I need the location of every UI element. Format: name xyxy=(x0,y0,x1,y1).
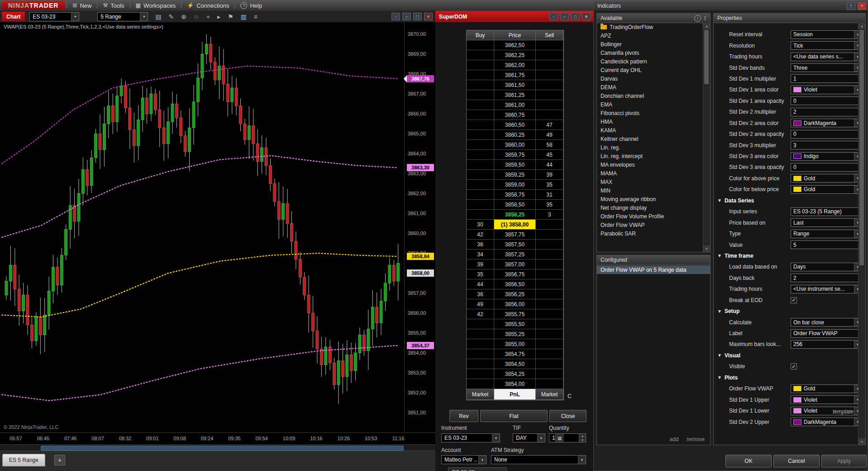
property-value-color[interactable]: Gold▼ xyxy=(791,185,862,194)
property-value-select[interactable]: Range▼ xyxy=(791,230,862,238)
quantity-spinner[interactable]: ▲▼ xyxy=(579,434,586,442)
apply-button[interactable]: Apply xyxy=(821,455,867,467)
dom-price-cell[interactable]: 3860,75 xyxy=(494,110,536,120)
dom-buy-cell[interactable] xyxy=(467,379,494,389)
collapse-arrow-icon[interactable]: ▼ xyxy=(714,353,722,358)
property-value-input[interactable]: Order Flow VWAP xyxy=(791,329,862,338)
property-value-input[interactable]: 3 xyxy=(791,141,862,149)
dom-sell-cell[interactable] xyxy=(536,80,563,90)
template-link[interactable]: template xyxy=(833,409,854,415)
available-indicator-item[interactable]: Donchian channel xyxy=(597,91,703,100)
property-value-input[interactable]: 2 xyxy=(791,108,862,116)
reverse-button[interactable]: Rev xyxy=(449,410,478,422)
available-indicator-item[interactable]: Moving average ribbon xyxy=(597,195,703,203)
chart-horizontal-scrollbar[interactable] xyxy=(0,444,435,451)
properties-scrollbar[interactable]: ▲ ▼ xyxy=(858,23,865,445)
property-value-color[interactable]: Gold▼ xyxy=(791,384,862,393)
configured-indicator-item[interactable]: Order Flow VWAP on 5 Range data xyxy=(597,265,710,274)
available-indicator-item[interactable]: Lin. reg. xyxy=(597,143,703,152)
dom-price-cell[interactable]: 3859,75 xyxy=(494,150,536,160)
dom-price-cell[interactable]: 3856,75 xyxy=(494,269,536,279)
available-indicator-item[interactable]: Order Flow VWAP xyxy=(597,221,703,229)
dom-price-cell[interactable]: 3857,25 xyxy=(494,250,536,260)
property-value-color[interactable]: DarkMagenta▼ xyxy=(791,119,862,127)
dom-buy-cell[interactable] xyxy=(467,110,494,120)
property-value-select[interactable]: On bar close▼ xyxy=(791,318,862,327)
dom-buy-cell[interactable] xyxy=(467,200,494,210)
dom-price-cell[interactable]: 3855,00 xyxy=(494,339,536,349)
dom-price-cell[interactable]: 3854,50 xyxy=(494,359,536,369)
scroll-down-icon[interactable]: ▼ xyxy=(703,245,710,252)
available-indicator-item[interactable]: HMA xyxy=(597,117,703,126)
dom-price-cell[interactable]: 3861,75 xyxy=(494,70,536,80)
chart-style-icon[interactable]: ▤ xyxy=(155,13,161,20)
dom-sell-cell[interactable] xyxy=(536,369,563,379)
dom-price-cell[interactable]: 3856,00 xyxy=(494,299,536,309)
pin-window-button[interactable]: ▫ xyxy=(549,13,558,20)
chart-trader-icon[interactable]: ▥ xyxy=(241,13,247,20)
available-indicator-item[interactable]: Parabolic SAR xyxy=(597,229,703,238)
maximize-button[interactable]: □ xyxy=(413,13,422,20)
collapse-arrow-icon[interactable]: ▼ xyxy=(714,253,722,258)
dom-price-cell[interactable]: 3857,50 xyxy=(494,240,536,250)
dom-sell-cell[interactable] xyxy=(536,60,563,70)
dom-sell-cell[interactable] xyxy=(536,100,563,110)
dom-price-cell[interactable]: 3861,00 xyxy=(494,100,536,110)
maximize-button[interactable]: □ xyxy=(571,13,580,20)
property-value-input[interactable]: 1 xyxy=(791,74,862,83)
dom-sell-cell[interactable] xyxy=(536,260,563,269)
dom-sell-cell[interactable] xyxy=(536,240,563,250)
dom-sell-cell[interactable]: 3 xyxy=(536,210,563,220)
close-button[interactable]: ✕ xyxy=(424,13,433,20)
dom-price-cell[interactable]: 3862,00 xyxy=(494,60,536,70)
dom-price-cell[interactable]: 3860,50 xyxy=(494,120,536,130)
available-indicator-item[interactable]: MIN xyxy=(597,186,703,195)
scrollbar-thumb[interactable] xyxy=(41,446,404,451)
property-value-input[interactable]: ES 03-23 (5 Range) xyxy=(791,207,862,216)
dom-price-cell[interactable]: 3854,25 xyxy=(494,369,536,379)
dom-buy-cell[interactable] xyxy=(467,60,494,70)
dom-sell-cell[interactable] xyxy=(536,110,563,120)
spin-down-icon[interactable]: ▼ xyxy=(704,18,706,21)
dom-buy-cell[interactable]: 39 xyxy=(467,260,494,269)
property-value-color[interactable]: Gold▼ xyxy=(791,174,862,183)
dom-buy-cell[interactable] xyxy=(467,80,494,90)
dom-sell-cell[interactable] xyxy=(536,250,563,260)
zoom-in-icon[interactable]: ⊕ xyxy=(181,13,186,20)
dom-buy-cell[interactable]: 42 xyxy=(467,230,494,240)
dom-price-cell[interactable]: 3862,25 xyxy=(494,50,536,60)
dom-instrument-dropdown[interactable]: ES 03-23 ▼ xyxy=(441,433,500,442)
property-value-input[interactable]: 5 xyxy=(791,240,862,249)
available-indicator-item[interactable]: MAX xyxy=(597,178,703,186)
price-axis[interactable]: 3870,003869,003868,003867,003866,003865,… xyxy=(404,22,436,433)
add-tab-button[interactable]: + xyxy=(54,455,65,466)
dom-sell-cell[interactable]: 44 xyxy=(536,160,563,170)
dialog-title-bar[interactable]: Indicators ? ✕ xyxy=(594,1,868,10)
available-scrollbar[interactable]: ▲ ▼ xyxy=(703,23,710,252)
property-value-color[interactable]: Violet▼ xyxy=(791,395,862,404)
dom-price-cell[interactable]: 3861,50 xyxy=(494,80,536,90)
dom-buy-cell[interactable] xyxy=(467,50,494,60)
pnl-display-selector[interactable]: PnL xyxy=(494,389,536,400)
sell-market-button[interactable]: Market xyxy=(536,389,563,400)
panel-collapse-control[interactable]: ▲▼ xyxy=(704,15,706,21)
collapse-arrow-icon[interactable]: ▼ xyxy=(714,375,722,380)
dom-sell-cell[interactable] xyxy=(536,289,563,299)
scrollbar-thumb[interactable] xyxy=(859,30,864,265)
dom-sell-cell[interactable] xyxy=(536,319,563,329)
dom-sell-cell[interactable]: 39 xyxy=(536,170,563,180)
property-value-select[interactable]: Days▼ xyxy=(791,263,862,271)
scroll-up-icon[interactable]: ▲ xyxy=(703,23,710,29)
dom-sell-cell[interactable] xyxy=(536,50,563,60)
dom-sell-cell[interactable] xyxy=(536,40,563,50)
dom-price-cell[interactable]: 3858,75 xyxy=(494,190,536,200)
interval-dropdown[interactable]: 5 Range ▼ xyxy=(97,12,148,21)
dom-buy-cell[interactable]: 36 xyxy=(467,289,494,299)
dom-price-cell[interactable]: 3860,25 xyxy=(494,130,536,140)
dom-sell-cell[interactable] xyxy=(536,309,563,319)
property-value-color[interactable]: Violet▼ xyxy=(791,86,862,94)
available-indicator-item[interactable]: Camarilla pivots xyxy=(597,48,703,57)
property-value-select[interactable]: <Use instrument se...▼ xyxy=(791,285,862,293)
dom-buy-cell[interactable] xyxy=(467,170,494,180)
dom-sell-cell[interactable] xyxy=(536,269,563,279)
